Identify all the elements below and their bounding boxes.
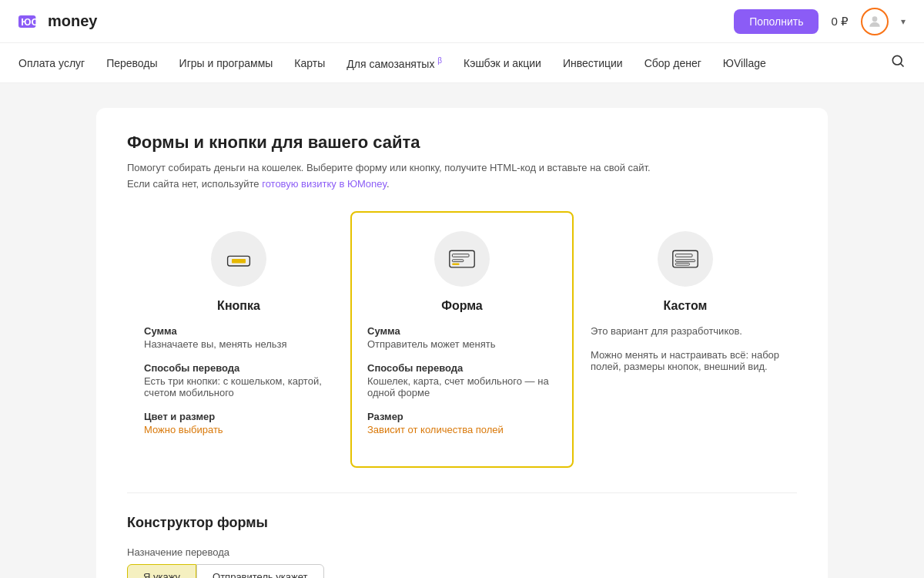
svg-text:ЮO: ЮO bbox=[21, 15, 38, 27]
logo[interactable]: ЮO money bbox=[18, 12, 97, 31]
button-feature-3: Цвет и размер Можно выбирать bbox=[144, 411, 333, 435]
beta-badge: β bbox=[437, 56, 442, 65]
nav-item-oplata[interactable]: Оплата услуг bbox=[18, 57, 85, 69]
svg-rect-10 bbox=[452, 263, 459, 265]
svg-rect-13 bbox=[675, 260, 695, 262]
nav-item-cashback[interactable]: Кэшбэк и акции bbox=[464, 57, 541, 69]
svg-rect-9 bbox=[452, 260, 463, 262]
avatar-icon bbox=[867, 14, 882, 29]
svg-rect-6 bbox=[232, 259, 246, 263]
nav-item-yuvillage[interactable]: ЮVillage bbox=[723, 57, 766, 69]
custom-icon-circle bbox=[658, 231, 713, 287]
custom-icon bbox=[671, 245, 699, 273]
nav-links: Оплата услуг Переводы Игры и программы К… bbox=[18, 56, 766, 70]
svg-point-3 bbox=[892, 55, 902, 65]
svg-line-4 bbox=[901, 64, 904, 67]
form-feature-1: Сумма Отправитель может менять bbox=[367, 325, 557, 350]
chevron-down-icon[interactable]: ▾ bbox=[901, 16, 906, 27]
navigation: Оплата услуг Переводы Игры и программы К… bbox=[0, 43, 924, 83]
button-icon-circle bbox=[211, 231, 266, 287]
button-feature-2: Способы перевода Есть три кнопки: с коше… bbox=[144, 362, 333, 398]
svg-rect-8 bbox=[452, 254, 469, 257]
logo-text: money bbox=[48, 12, 97, 30]
type-card-form[interactable]: Форма Сумма Отправитель может менять Спо… bbox=[350, 211, 574, 468]
form-feature-2: Способы перевода Кошелек, карта, счет мо… bbox=[367, 362, 557, 398]
button-feature-1: Сумма Назначаете вы, менять нельзя bbox=[144, 325, 333, 350]
custom-feature-2: Можно менять и настраивать всё: набор по… bbox=[591, 349, 780, 372]
purpose-toggle-group: Я укажу Отправитель укажет bbox=[127, 564, 797, 578]
constructor-title: Конструктор формы bbox=[127, 515, 797, 531]
type-cards-row: Кнопка Сумма Назначаете вы, менять нельз… bbox=[127, 211, 797, 468]
toggle-sender-will-specify[interactable]: Отправитель укажет bbox=[196, 564, 323, 578]
topup-button[interactable]: Пополнить bbox=[734, 9, 819, 34]
type-card-button[interactable]: Кнопка Сумма Назначаете вы, менять нельз… bbox=[127, 211, 350, 468]
header: ЮO money Пополнить 0 ₽ ▾ bbox=[0, 0, 924, 43]
svg-rect-11 bbox=[673, 250, 698, 267]
main-content: Формы и кнопки для вашего сайта Помогут … bbox=[0, 83, 924, 578]
nav-item-samozanyatye[interactable]: Для самозанятых β bbox=[346, 56, 442, 70]
svg-rect-12 bbox=[675, 254, 692, 257]
nav-item-investitsii[interactable]: Инвестиции bbox=[563, 57, 623, 69]
avatar[interactable] bbox=[861, 8, 889, 35]
search-icon bbox=[890, 53, 906, 69]
vizitka-link[interactable]: готовую визитку в ЮMoney bbox=[262, 178, 387, 190]
custom-card-title: Кастом bbox=[591, 299, 780, 313]
form-icon-circle bbox=[434, 231, 490, 287]
nav-item-perevody[interactable]: Переводы bbox=[106, 57, 157, 69]
nav-item-karty[interactable]: Карты bbox=[294, 57, 325, 69]
link-prefix: Если сайта нет, используйте bbox=[127, 178, 262, 190]
link-suffix: . bbox=[387, 178, 390, 190]
page-title: Формы и кнопки для вашего сайта bbox=[127, 133, 797, 153]
logo-icon: ЮO bbox=[18, 12, 43, 31]
page-description: Помогут собирать деньги на кошелек. Выбе… bbox=[127, 162, 797, 173]
form-feature-3: Размер Зависит от количества полей bbox=[367, 411, 557, 435]
form-icon bbox=[448, 245, 476, 273]
balance-display: 0 ₽ bbox=[831, 15, 849, 29]
purpose-label: Назначение перевода bbox=[127, 546, 797, 558]
type-card-custom[interactable]: Кастом Это вариант для разработчиков. Мо… bbox=[574, 211, 797, 468]
content-card: Формы и кнопки для вашего сайта Помогут … bbox=[96, 108, 828, 578]
nav-item-igry[interactable]: Игры и программы bbox=[179, 57, 273, 69]
svg-point-2 bbox=[872, 16, 878, 22]
nav-item-sbor[interactable]: Сбор денег bbox=[644, 57, 701, 69]
search-button[interactable] bbox=[890, 53, 906, 72]
form-card-title: Форма bbox=[367, 299, 557, 313]
button-icon bbox=[225, 245, 253, 273]
custom-feature-1: Это вариант для разработчиков. bbox=[591, 325, 780, 337]
button-card-title: Кнопка bbox=[144, 299, 333, 313]
page-link-text: Если сайта нет, используйте готовую визи… bbox=[127, 178, 797, 190]
header-left: ЮO money bbox=[18, 12, 97, 31]
constructor-section: Конструктор формы Назначение перевода Я … bbox=[127, 492, 797, 578]
svg-rect-14 bbox=[675, 263, 689, 265]
toggle-i-will-specify[interactable]: Я укажу bbox=[127, 564, 196, 578]
header-right: Пополнить 0 ₽ ▾ bbox=[734, 8, 906, 35]
